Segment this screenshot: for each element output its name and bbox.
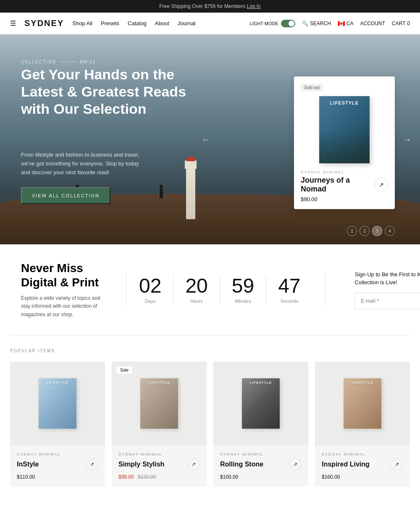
announcement-bar: Free Shipping Over $756 for Members Log … <box>0 0 420 13</box>
countdown-section: Never Miss Digital & Print Explore a wid… <box>0 244 420 335</box>
days-label: Days <box>139 299 161 304</box>
product-info-2: SYDNAY MINIMAL Simply Stylish ↗ $99.00 $… <box>112 445 207 487</box>
product-price-4: $160.00 <box>322 474 403 480</box>
product-name-1: InStyle <box>17 461 39 468</box>
timer-minutes: 59 Minutes <box>220 276 266 304</box>
magazine-cover-1: LIFESTYLE <box>39 378 76 429</box>
hero-title: Get Your Hands on the Latest & Greatest … <box>21 66 197 117</box>
toggle-switch[interactable] <box>281 20 295 27</box>
signup-text: Sign Up to Be the First to Know When the… <box>355 270 420 287</box>
search-label: SEARCH <box>310 21 331 26</box>
light-mode-label: LIGHT MODE <box>250 21 278 26</box>
minutes-value: 59 <box>232 276 254 296</box>
nav-journal[interactable]: Journal <box>178 20 196 26</box>
mag-title-2: LIFESTYLE <box>148 381 170 385</box>
hero-dot-3[interactable]: 3 <box>372 226 382 236</box>
hero-prev-arrow[interactable]: ← <box>202 135 210 144</box>
sale-badge: Sale <box>117 367 132 374</box>
nav-shop-all[interactable]: Shop All <box>72 20 92 26</box>
search-icon: 🔍 <box>302 21 308 26</box>
product-name-row-3: Rolling Stone ↗ <box>220 458 302 471</box>
timer-days: 02 Days <box>139 276 173 304</box>
product-image-area-4: LIFESTYLE <box>315 362 410 445</box>
collection-text: COLLECTION <box>21 60 56 64</box>
product-price: $90.00 <box>301 196 388 202</box>
hero-content: COLLECTION AW'22 Get Your Hands on the L… <box>21 60 197 204</box>
account-button[interactable]: ACCOUNT <box>360 21 385 26</box>
header-right: LIGHT MODE 🔍 SEARCH 🇨🇦 CA ACCOUNT CART 0 <box>250 20 410 27</box>
countdown-divider-left <box>126 273 126 307</box>
product-card-simply-stylish: Sale LIFESTYLE SYDNAY MINIMAL Simply Sty… <box>112 362 207 487</box>
sold-out-badge: Sold out <box>301 84 323 91</box>
hours-label: Hours <box>185 299 207 304</box>
countdown-heading: Never Miss Digital & Print <box>21 261 101 289</box>
countdown-divider-right <box>325 273 326 307</box>
collection-label: COLLECTION AW'22 <box>21 60 197 64</box>
hamburger-icon[interactable]: ☰ <box>10 19 16 27</box>
header-left: ☰ SYDNEY Shop All Presets Catalog About … <box>10 18 195 28</box>
nav-about[interactable]: About <box>155 20 169 26</box>
timer-seconds: 47 Seconds <box>266 276 312 304</box>
minutes-label: Minutes <box>232 299 254 304</box>
product-image-area-1: LIFESTYLE <box>10 362 105 445</box>
product-link-2[interactable]: ↗ <box>187 458 200 471</box>
hours-value: 20 <box>185 276 207 296</box>
search-button[interactable]: 🔍 SEARCH <box>302 21 331 26</box>
product-image-area-3: LIFESTYLE <box>213 362 308 445</box>
seconds-value: 47 <box>278 276 300 296</box>
hero-next-arrow[interactable]: → <box>403 135 412 144</box>
popular-label: POPULAR ITEMS <box>10 348 410 353</box>
cart-button[interactable]: CART 0 <box>392 21 410 26</box>
product-brand-2: SYDNAY MINIMAL <box>118 452 200 456</box>
countdown-left: Never Miss Digital & Print Explore a wid… <box>21 261 113 319</box>
cover-gradient <box>319 130 370 163</box>
hero-description: From lifestyle and fashion to business a… <box>21 151 147 177</box>
light-mode-toggle[interactable]: LIGHT MODE <box>250 20 295 27</box>
nav-catalog[interactable]: Catalog <box>128 20 147 26</box>
hero-section: COLLECTION AW'22 Get Your Hands on the L… <box>0 34 420 244</box>
product-image-area-2: Sale LIFESTYLE <box>112 362 207 445</box>
hero-dot-2[interactable]: 2 <box>360 226 370 236</box>
days-value: 02 <box>139 276 161 296</box>
signup-area: Sign Up to Be the First to Know When the… <box>338 270 420 309</box>
product-link-1[interactable]: ↗ <box>86 458 98 471</box>
countdown-timers: 02 Days 20 Hours 59 Minutes 47 Seconds <box>139 276 312 304</box>
login-link[interactable]: Log In <box>247 3 260 9</box>
hero-dot-1[interactable]: 1 <box>347 226 357 236</box>
magazine-title: LIFESTYLE <box>330 100 359 105</box>
product-brand-4: SYDNAY MINIMAL <box>322 452 403 456</box>
product-card-rolling-stone: LIFESTYLE SYDNAY MINIMAL Rolling Stone ↗… <box>213 362 308 487</box>
product-card-instyle: LIFESTYLE SYDNAY MINIMAL InStyle ↗ $110.… <box>10 362 105 487</box>
product-info-1: SYDNAY MINIMAL InStyle ↗ $110.00 <box>10 445 105 487</box>
header: ☰ SYDNEY Shop All Presets Catalog About … <box>0 13 420 34</box>
product-price-2: $99.00 $130.00 <box>118 474 200 480</box>
country-code: CA <box>346 21 354 26</box>
product-link-button[interactable]: ↗ <box>375 178 388 191</box>
magazine-cover-2: LIFESTYLE <box>140 378 178 429</box>
sale-price-2: $99.00 <box>118 474 134 480</box>
product-link-4[interactable]: ↗ <box>391 458 403 471</box>
view-collection-button[interactable]: VIEW ALL COLLECTION <box>21 187 110 204</box>
product-card-inspired-living: LIFESTYLE SYDNAY MINIMAL Inspired Living… <box>315 362 410 487</box>
product-name-row-2: Simply Stylish ↗ <box>118 458 200 471</box>
logo[interactable]: SYDNEY <box>24 18 64 28</box>
product-name-4: Inspired Living <box>322 461 370 468</box>
hero-dot-4[interactable]: 4 <box>385 226 395 236</box>
email-input[interactable] <box>355 293 420 309</box>
cart-count: 0 <box>407 21 410 26</box>
country-selector[interactable]: 🇨🇦 CA <box>338 20 354 27</box>
collection-line <box>60 62 76 62</box>
countdown-description: Explore a wide variety of topics and sta… <box>21 294 101 319</box>
product-info-3: SYDNAY MINIMAL Rolling Stone ↗ $100.00 <box>213 445 308 487</box>
nav-presets[interactable]: Presets <box>101 20 119 26</box>
flag-icon: 🇨🇦 <box>338 20 345 27</box>
product-brand-3: SYDNAY MINIMAL <box>220 452 302 456</box>
magazine-cover-4: LIFESTYLE <box>344 378 381 429</box>
hero-dots: 1 2 3 4 <box>347 226 395 236</box>
mag-title-3: LIFESTYLE <box>250 381 272 385</box>
account-label: ACCOUNT <box>360 21 385 26</box>
product-name: Journeys of a Nomad <box>301 176 375 194</box>
product-link-3[interactable]: ↗ <box>289 458 302 471</box>
magazine-cover: LIFESTYLE <box>319 96 370 163</box>
product-name-2: Simply Stylish <box>118 461 164 468</box>
